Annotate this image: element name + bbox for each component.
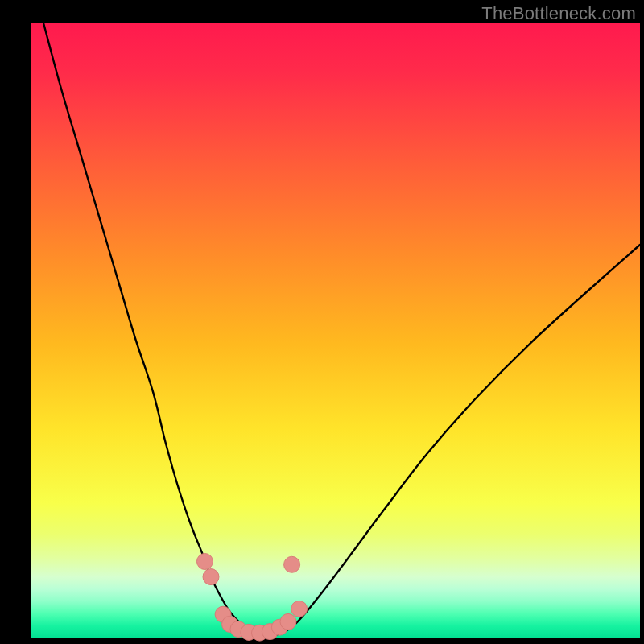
watermark-text: TheBottleneck.com [481,3,636,24]
data-marker [203,569,219,585]
data-marker [284,556,300,572]
marker-cluster [197,554,308,642]
chart-frame: TheBottleneck.com [0,0,644,644]
data-marker [291,601,308,617]
data-marker [197,554,213,570]
data-marker [280,613,296,630]
bottleneck-curve [43,23,640,636]
curve-layer [0,0,644,644]
